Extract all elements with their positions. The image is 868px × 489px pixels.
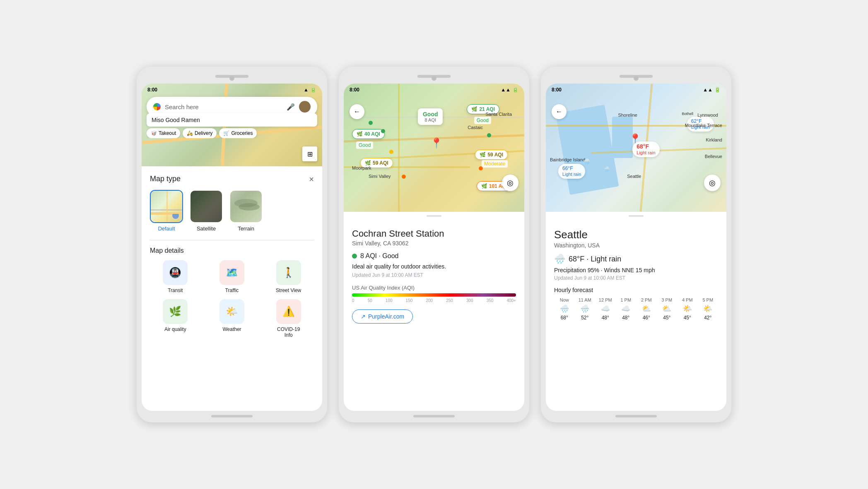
phone-camera-1 bbox=[229, 76, 234, 81]
drag-handle-3 bbox=[546, 212, 726, 220]
phone-3: 8:00 ▲▲ 🔋 ← ◎ bbox=[541, 67, 731, 422]
chip-takeout[interactable]: 🥡Takeout bbox=[147, 128, 180, 138]
city-bothell: Bothell bbox=[682, 112, 693, 116]
weather-label: Weather bbox=[222, 326, 241, 332]
signal-icon-2: ▲▲ bbox=[501, 87, 511, 93]
weather-temperature: 68°F · Light rain bbox=[569, 255, 621, 264]
hourly-icon-3pm: ⛅ bbox=[662, 304, 671, 313]
location-button-2[interactable]: ◎ bbox=[502, 175, 518, 191]
map-type-satellite-label: Satellite bbox=[197, 225, 216, 232]
divider-1 bbox=[150, 240, 314, 240]
scale-100: 100 bbox=[386, 298, 393, 303]
sheet-header: Map type × bbox=[150, 175, 314, 183]
chip-groceries[interactable]: 🛒Groceries bbox=[219, 128, 257, 138]
aqi-badge-40-icon: 🌿 bbox=[357, 131, 363, 137]
city-santa-clarita: Santa Clarita bbox=[485, 112, 512, 117]
scale-0: 0 bbox=[352, 298, 354, 303]
callout-label: 8 AQI bbox=[422, 117, 439, 122]
map-type-terrain[interactable]: Terrain bbox=[229, 190, 263, 232]
time-1: 8:00 bbox=[147, 87, 157, 93]
map-details-grid: 🚇 Transit 🗺️ Traffic 🚶 bbox=[150, 260, 314, 338]
user-avatar[interactable] bbox=[299, 101, 311, 113]
scale-200: 200 bbox=[426, 298, 433, 303]
road-2 bbox=[398, 84, 400, 212]
hourly-forecast-row: Now 🌧️ 68° 11 AM 🌧️ 52° 12 PM ☁️ 48° bbox=[554, 297, 718, 321]
hourly-temp-5pm: 42° bbox=[704, 315, 711, 321]
map-type-default[interactable]: Default bbox=[150, 190, 183, 232]
status-bar-1: 8:00 ▲ 🔋 bbox=[142, 84, 322, 94]
hourly-icon-1pm: ☁️ bbox=[621, 304, 630, 313]
detail-weather[interactable]: 🌤️ Weather bbox=[207, 299, 258, 338]
hourly-temp-11am: 52° bbox=[581, 315, 588, 321]
detail-covid[interactable]: ⚠️ COVID-19 Info bbox=[263, 299, 314, 338]
detail-air-quality[interactable]: 🌿 Air quality bbox=[150, 299, 201, 338]
city-bainbridge: Bainbridge Island bbox=[550, 157, 585, 162]
map-details-title: Map details bbox=[150, 247, 314, 254]
city-moorpark: Moorpark bbox=[352, 165, 371, 170]
detail-street-view[interactable]: 🚶 Street View bbox=[263, 260, 314, 293]
drag-indicator bbox=[427, 215, 441, 217]
weather-icon: 🌤️ bbox=[226, 306, 238, 317]
wifi-icon: ▲ bbox=[304, 87, 309, 93]
aqi-badge-40: 🌿 40 AQI bbox=[352, 129, 385, 139]
hourly-time-now: Now bbox=[560, 297, 569, 302]
hourly-icon-11am: 🌧️ bbox=[580, 304, 589, 313]
aqi-status-row: 8 AQI · Good bbox=[352, 252, 516, 260]
map-type-terrain-label: Terrain bbox=[238, 225, 254, 232]
temp-bubble-66: 66°F Light rain bbox=[558, 164, 585, 179]
map-type-sheet: Map type × Def bbox=[142, 166, 322, 411]
city-simi-valley: Simi Valley bbox=[369, 174, 391, 179]
chip-delivery[interactable]: 🛵Delivery bbox=[183, 128, 217, 138]
weather-precipitation: Precipitation 95% · Winds NNE 15 mph bbox=[554, 267, 718, 273]
detail-transit[interactable]: 🚇 Transit bbox=[150, 260, 201, 293]
aqi-dot-2 bbox=[381, 129, 385, 133]
location-button-3[interactable]: ◎ bbox=[704, 175, 721, 191]
aqi-badge-59-right: 🌿 59 AQI bbox=[475, 150, 508, 160]
map-type-satellite[interactable]: Satellite bbox=[190, 190, 223, 232]
covid-label: COVID-19 Info bbox=[277, 326, 300, 338]
air-quality-icon: 🌿 bbox=[169, 306, 181, 317]
temp-68-value: 68°F bbox=[637, 143, 649, 150]
street-view-icon: 🚶 bbox=[282, 267, 295, 278]
layers-icon: ⊞ bbox=[307, 150, 313, 158]
sheet-title: Map type bbox=[150, 175, 181, 183]
air-quality-label: Air quality bbox=[164, 326, 186, 332]
aqi-badge-21-value: 21 AQI bbox=[479, 106, 495, 112]
battery-icon-3: 🔋 bbox=[714, 87, 721, 93]
google-logo bbox=[153, 103, 161, 110]
search-input[interactable]: Search here bbox=[165, 103, 282, 110]
rain-icon-1: 🌧️ bbox=[583, 158, 590, 165]
air-quality-icon-box: 🌿 bbox=[163, 299, 188, 324]
hourly-icon-12pm: ☁️ bbox=[601, 304, 610, 313]
aqi-index-label: US Air Quality Index (AQI) bbox=[352, 285, 516, 291]
weather-info-sheet: Seattle Washington, USA 🌧️ 68°F · Light … bbox=[546, 220, 726, 411]
aqi-green-dot bbox=[352, 254, 357, 259]
aqi-description: Ideal air quality for outdoor activities… bbox=[352, 263, 516, 270]
aqi-59-left-value: 59 AQI bbox=[373, 160, 388, 166]
detail-traffic[interactable]: 🗺️ Traffic bbox=[207, 260, 258, 293]
city-name: Seattle bbox=[554, 228, 718, 241]
mic-icon[interactable]: 🎤 bbox=[287, 103, 295, 111]
back-button-2[interactable]: ← bbox=[350, 104, 364, 119]
back-button-3[interactable]: ← bbox=[552, 104, 567, 119]
time-3: 8:00 bbox=[552, 87, 562, 93]
place-name-bar: Miso Good Ramen bbox=[147, 113, 317, 127]
transit-label: Transit bbox=[168, 288, 183, 293]
scale-300: 300 bbox=[466, 298, 473, 303]
street-view-icon-box: 🚶 bbox=[276, 260, 301, 285]
city-bellevue: Bellevue bbox=[705, 154, 722, 159]
temp-bubble-68: 68°F Light rain bbox=[632, 141, 659, 157]
phones-container: 8:00 ▲ 🔋 Search here 🎤 Miso Good Ramen bbox=[137, 67, 731, 422]
phone-2-inner: 8:00 ▲▲ 🔋 ← ◎ bbox=[344, 84, 524, 411]
phone-home-2 bbox=[413, 415, 455, 417]
hourly-temp-3pm: 45° bbox=[663, 315, 670, 321]
place-address-2: Simi Valley, CA 93062 bbox=[352, 240, 516, 247]
close-button[interactable]: × bbox=[309, 175, 314, 183]
phone-2: 8:00 ▲▲ 🔋 ← ◎ bbox=[339, 67, 529, 422]
covid-icon: ⚠️ bbox=[282, 306, 295, 317]
transit-icon-box: 🚇 bbox=[163, 260, 188, 285]
purpleair-button[interactable]: ↗ PurpleAir.com bbox=[352, 309, 413, 324]
phone-1-inner: 8:00 ▲ 🔋 Search here 🎤 Miso Good Ramen bbox=[142, 84, 322, 411]
phone-home-3 bbox=[615, 415, 657, 417]
layers-button[interactable]: ⊞ bbox=[302, 146, 317, 161]
